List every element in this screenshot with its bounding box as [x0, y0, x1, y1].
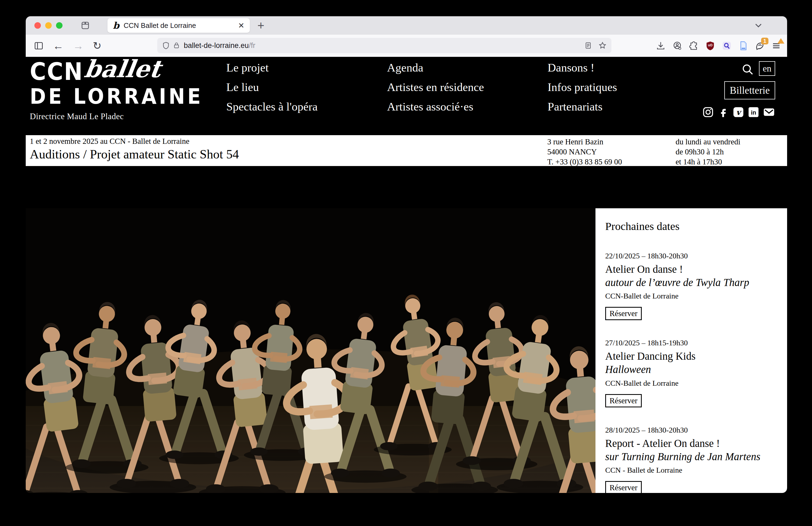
notes-badge: 1	[761, 38, 768, 44]
forward-button: →	[73, 40, 84, 51]
menu-alert-triangle	[777, 38, 784, 44]
nav-column-2: Agenda Artistes en résidence Artistes as…	[387, 58, 484, 116]
zoom-window-button[interactable]	[56, 22, 62, 29]
event-subtitle: autour de l’œuvre de Twyla Tharp	[605, 276, 777, 289]
url-text: ballet-de-lorraine.eu/fr	[184, 41, 255, 50]
sidebar-toggle-icon[interactable]	[34, 41, 44, 51]
social-links: v in	[702, 106, 775, 118]
event-card: 22/10/2025 – 18h30-20h30 Atelier On dans…	[605, 252, 777, 320]
list-tabs-chevron-icon[interactable]	[753, 20, 764, 31]
bookmark-star-icon[interactable]	[598, 41, 607, 49]
minimize-window-button[interactable]	[45, 22, 52, 29]
nav-item-artistes-residence[interactable]: Artistes en résidence	[387, 77, 484, 97]
page-title: Auditions / Projet amateur Static Shot 5…	[30, 147, 239, 161]
event-venue: CCN - Ballet de Lorraine	[605, 466, 777, 474]
tracking-shield-icon[interactable]	[162, 42, 170, 49]
nav-column-3: Dansons ! Infos pratiques Partenariats	[548, 58, 617, 116]
event-subtitle: Halloween	[605, 363, 777, 376]
window-controls	[34, 22, 62, 29]
back-button[interactable]: ←	[53, 40, 63, 51]
email-icon[interactable]	[763, 106, 775, 118]
nav-item-le-lieu[interactable]: Le lieu	[226, 77, 318, 97]
downloads-icon[interactable]	[656, 41, 666, 51]
reserve-button[interactable]: Réserver	[605, 394, 642, 407]
extensions-puzzle-icon[interactable]	[689, 41, 699, 51]
event-venue: CCN-Ballet de Lorraine	[605, 379, 777, 388]
language-toggle[interactable]: en	[759, 61, 775, 76]
notes-extension-icon[interactable]: 1	[755, 41, 765, 51]
page-viewport: CCN ballet DE LORRAINE Directrice Maud L…	[26, 57, 787, 493]
event-title[interactable]: Atelier Dancing Kids	[605, 350, 777, 363]
event-title[interactable]: Atelier On danse !	[605, 262, 777, 276]
active-tab[interactable]: b CCN Ballet de Lorraine ✕	[107, 18, 250, 33]
site-favicon: b	[113, 20, 119, 31]
opening-hours-block: du lundi au vendredi de 09h30 à 12h et 1…	[676, 137, 740, 167]
event-venue: CCN-Ballet de Lorraine	[605, 292, 777, 300]
close-window-button[interactable]	[34, 22, 41, 29]
event-title-band: 1 et 2 novembre 2025 au CCN - Ballet de …	[26, 135, 787, 168]
logo-ballet: ballet	[83, 57, 162, 81]
main-content: Prochaines dates 22/10/2025 – 18h30-20h3…	[26, 208, 787, 493]
event-card: 27/10/2025 – 18h15-19h30 Atelier Dancing…	[605, 339, 777, 407]
document-extension-icon[interactable]	[738, 41, 748, 51]
linkedin-icon[interactable]: in	[748, 106, 759, 118]
nav-item-spectacles-opera[interactable]: Spectacles à l'opéra	[226, 97, 318, 116]
event-datetime: 27/10/2025 – 18h15-19h30	[605, 339, 777, 347]
zoom-extension-icon[interactable]	[722, 41, 731, 51]
nav-item-agenda[interactable]: Agenda	[387, 58, 484, 77]
search-icon[interactable]	[741, 63, 754, 76]
browser-window: b CCN Ballet de Lorraine ✕ + ← → ↻	[26, 16, 787, 493]
svg-text:uO: uO	[708, 43, 713, 47]
event-card: 28/10/2025 – 18h30-20h30 Report - Atelie…	[605, 426, 777, 493]
event-datetime: 22/10/2025 – 18h30-20h30	[605, 252, 777, 260]
tab-strip: b CCN Ballet de Lorraine ✕ +	[26, 16, 787, 35]
site-header: CCN ballet DE LORRAINE Directrice Maud L…	[26, 57, 787, 135]
tab-overview-icon[interactable]	[81, 20, 90, 30]
url-bar[interactable]: ballet-de-lorraine.eu/fr	[157, 38, 611, 53]
nav-column-1: Le projet Le lieu Spectacles à l'opéra	[226, 58, 318, 116]
browser-toolbar: ← → ↻ ballet-de-lorraine.eu/fr	[26, 35, 787, 57]
nav-item-le-projet[interactable]: Le projet	[226, 58, 318, 77]
nav-item-partenariats[interactable]: Partenariats	[548, 97, 617, 116]
event-datetime: 28/10/2025 – 18h30-20h30	[605, 426, 777, 435]
nav-item-dansons[interactable]: Dansons !	[548, 58, 617, 77]
vimeo-icon[interactable]: v	[733, 106, 744, 118]
svg-text:in: in	[751, 109, 756, 116]
tab-close-icon[interactable]: ✕	[238, 21, 244, 30]
lock-icon[interactable]	[173, 42, 180, 49]
event-title[interactable]: Report - Atelier On danse !	[605, 437, 777, 450]
address-block: 3 rue Henri Bazin 54000 NANCY T. +33 (0)…	[547, 137, 622, 167]
reserve-button[interactable]: Réserver	[605, 307, 642, 320]
tab-title: CCN Ballet de Lorraine	[124, 22, 196, 30]
sidebar-heading: Prochaines dates	[605, 220, 777, 233]
upcoming-dates-sidebar: Prochaines dates 22/10/2025 – 18h30-20h3…	[595, 208, 787, 493]
nav-item-artistes-associes[interactable]: Artistes associé·es	[387, 97, 484, 116]
hero-image	[26, 208, 595, 493]
reload-button[interactable]: ↻	[93, 40, 102, 52]
facebook-icon[interactable]	[717, 106, 729, 118]
event-date-line: 1 et 2 novembre 2025 au CCN - Ballet de …	[30, 137, 239, 146]
account-icon[interactable]	[672, 41, 682, 51]
site-logo[interactable]: CCN ballet DE LORRAINE Directrice Maud L…	[30, 60, 203, 120]
logo-de-lorraine: DE LORRAINE	[30, 86, 203, 107]
reader-mode-icon[interactable]	[584, 42, 592, 49]
reserve-button[interactable]: Réserver	[605, 481, 642, 493]
new-tab-button[interactable]: +	[257, 19, 264, 32]
menu-hamburger-icon[interactable]	[771, 41, 781, 51]
ublock-origin-icon[interactable]: uO	[705, 41, 715, 51]
logo-subtitle: Directrice Maud Le Pladec	[30, 112, 203, 120]
event-subtitle: sur Turning Burning de Jan Martens	[605, 450, 777, 463]
nav-item-infos-pratiques[interactable]: Infos pratiques	[548, 77, 617, 97]
logo-ccn: CCN	[30, 60, 83, 84]
billetterie-button[interactable]: Billetterie	[724, 81, 775, 99]
instagram-icon[interactable]	[702, 106, 714, 118]
